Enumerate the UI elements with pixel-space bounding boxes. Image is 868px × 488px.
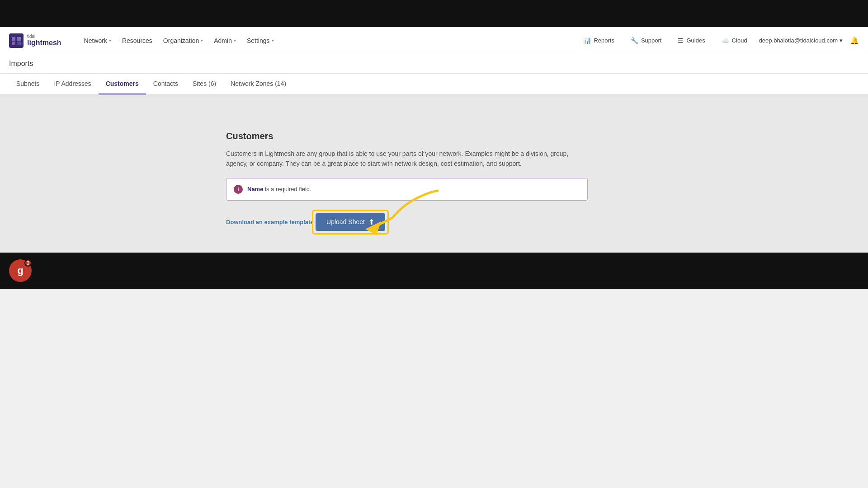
section-title: Customers <box>226 131 651 141</box>
navbar-right: 📊 Reports 🔧 Support ☰ Guides ☁️ Cloud de… <box>579 34 859 47</box>
nav-support[interactable]: 🔧 Support <box>626 34 666 47</box>
list-icon: ☰ <box>678 37 684 44</box>
bell-icon[interactable]: 🔔 <box>850 36 859 45</box>
page-title: Imports <box>9 60 33 67</box>
tab-network-zones[interactable]: Network Zones (14) <box>223 74 293 94</box>
brand-text: tidal lightmesh <box>27 34 61 47</box>
upload-icon: ⬆ <box>368 218 374 226</box>
nav-guides[interactable]: ☰ Guides <box>673 34 709 47</box>
section-description: Customers in Lightmesh are any group tha… <box>226 149 588 169</box>
cloud-icon: ☁️ <box>722 37 729 44</box>
top-black-bar <box>0 0 868 27</box>
nav-cloud[interactable]: ☁️ Cloud <box>717 34 752 47</box>
tab-sites[interactable]: Sites (6) <box>185 74 223 94</box>
page-header: Imports <box>0 54 868 74</box>
tab-customers[interactable]: Customers <box>99 74 146 94</box>
tabs-bar: Subnets IP Addresses Customers Contacts … <box>0 74 868 95</box>
chevron-down-icon: ▾ <box>234 38 236 43</box>
gruvbox-badge: 3 <box>24 259 32 267</box>
bottom-black-bar: g 3 <box>0 253 868 289</box>
alert-text: Name is a required field. <box>247 186 311 192</box>
brand-logo-area[interactable]: tidal lightmesh <box>9 33 61 48</box>
upload-area: Upload Sheet ⬆ <box>316 213 385 231</box>
download-template-link[interactable]: Download an example template <box>226 219 314 225</box>
upload-section: Upload Sheet ⬆ <box>316 213 385 231</box>
chevron-down-icon: ▾ <box>840 37 843 44</box>
upload-sheet-button[interactable]: Upload Sheet ⬆ <box>316 213 385 231</box>
brand-lightmesh: lightmesh <box>27 39 61 47</box>
navbar: tidal lightmesh Network ▾ Resources Orga… <box>0 27 868 54</box>
tab-subnets[interactable]: Subnets <box>9 74 47 94</box>
nav-settings[interactable]: Settings ▾ <box>242 34 278 47</box>
svg-rect-2 <box>17 37 21 41</box>
svg-rect-0 <box>9 33 24 48</box>
brand-icon <box>9 33 24 48</box>
gruvbox-widget[interactable]: g 3 <box>9 259 32 282</box>
nav-organization[interactable]: Organization ▾ <box>159 34 208 47</box>
chevron-down-icon: ▾ <box>272 38 274 43</box>
chevron-down-icon: ▾ <box>201 38 203 43</box>
nav-admin[interactable]: Admin ▾ <box>209 34 241 47</box>
tab-contacts[interactable]: Contacts <box>146 74 185 94</box>
wrench-icon: 🔧 <box>631 37 638 44</box>
info-icon: i <box>234 185 243 194</box>
nav-reports[interactable]: 📊 Reports <box>579 34 619 47</box>
svg-rect-3 <box>12 42 15 45</box>
svg-rect-4 <box>17 42 21 45</box>
gruvbox-icon: g <box>17 265 23 277</box>
nav-network[interactable]: Network ▾ <box>80 34 116 47</box>
content-panel: Customers Customers in Lightmesh are any… <box>0 95 868 253</box>
nav-resources[interactable]: Resources <box>118 34 157 47</box>
tab-ip-addresses[interactable]: IP Addresses <box>47 74 98 94</box>
alert-box: i Name is a required field. <box>226 178 588 201</box>
navbar-nav: Network ▾ Resources Organization ▾ Admin… <box>80 34 579 47</box>
svg-rect-1 <box>12 37 15 41</box>
chevron-down-icon: ▾ <box>109 38 111 43</box>
chart-icon: 📊 <box>583 37 591 44</box>
user-menu[interactable]: deep.bhalotia@tidalcloud.com ▾ <box>759 37 843 44</box>
brand-tidal: tidal <box>27 34 61 39</box>
